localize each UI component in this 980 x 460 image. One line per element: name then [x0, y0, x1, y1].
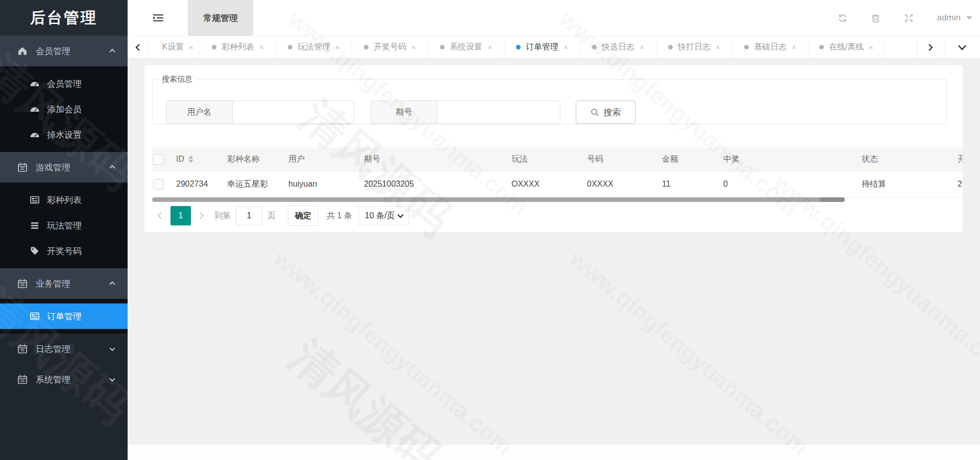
- tab-dot: [668, 45, 673, 49]
- user-menu[interactable]: admin: [937, 13, 973, 23]
- current-page-button[interactable]: 1: [170, 206, 191, 225]
- username-label: admin: [937, 13, 961, 23]
- tab-scroll-left-icon[interactable]: [128, 36, 148, 58]
- bottom-scroll-area[interactable]: [128, 445, 980, 460]
- select-all-checkbox[interactable]: [153, 154, 164, 165]
- sidebar-item-label: 玩法管理: [47, 220, 82, 232]
- refresh-icon[interactable]: [838, 13, 847, 23]
- sidebar-section-member[interactable]: 会员管理: [0, 36, 128, 66]
- close-icon[interactable]: ×: [487, 43, 492, 52]
- close-icon[interactable]: ×: [259, 43, 264, 52]
- close-icon[interactable]: ×: [411, 43, 416, 52]
- cell-amount: 11: [662, 180, 723, 189]
- row-checkbox[interactable]: [153, 179, 164, 190]
- tab-basic-log[interactable]: 基础日志 ×: [732, 36, 808, 58]
- tab-quick-print-log[interactable]: 快打日志 ×: [656, 36, 732, 58]
- sidebar-item-add-member[interactable]: 添加会员: [0, 96, 128, 122]
- chevron-down-icon: [397, 214, 404, 218]
- next-page-icon[interactable]: [194, 212, 209, 220]
- orders-table: ID 彩种名称 用户 期号 玩法 号码 金额 中奖 状态 开 2902734 幸…: [152, 147, 963, 197]
- tabbar: K设置 × 彩种列表 × 玩法管理 × 开奖号码 × 系统设置 × 订单管理 ×…: [128, 36, 980, 59]
- close-icon[interactable]: ×: [189, 43, 193, 52]
- collapse-sidebar-icon[interactable]: [151, 11, 165, 25]
- sidebar-item-water-setting[interactable]: 掉水设置: [0, 122, 128, 147]
- caret-down-icon: [966, 15, 973, 20]
- tab-dot: [364, 45, 369, 49]
- search-field-username: 用户名: [166, 100, 354, 124]
- column-header-amount: 金额: [662, 154, 723, 165]
- tab-dot: [212, 45, 216, 49]
- close-icon[interactable]: ×: [792, 43, 796, 52]
- sidebar-section-game[interactable]: 游戏管理: [0, 152, 128, 183]
- gauge-icon: [30, 104, 40, 114]
- tab-dot: [288, 45, 292, 49]
- sidebar-item-play-manage[interactable]: 玩法管理: [0, 213, 128, 238]
- scrollbar-thumb-end[interactable]: [819, 197, 845, 202]
- search-field-issue: 期号: [371, 100, 560, 124]
- calendar-icon: [17, 344, 28, 354]
- cell-play: OXXXX: [511, 180, 587, 189]
- sidebar-item-lottery-list[interactable]: 彩种列表: [0, 187, 128, 213]
- content-card: 搜索信息 用户名 期号 搜索 ID 彩种名称 用户 期号 玩法 号码 金额 中奖…: [144, 65, 963, 232]
- chevron-down-icon: [108, 345, 116, 353]
- sidebar-item-label: 会员管理: [47, 78, 82, 90]
- cell-issue: 20251003205: [364, 180, 511, 189]
- tab-play-manage[interactable]: 玩法管理 ×: [276, 36, 352, 58]
- module-tab-general[interactable]: 常规管理: [188, 0, 253, 36]
- close-icon[interactable]: ×: [335, 43, 340, 52]
- issue-input[interactable]: [437, 100, 560, 124]
- sort-icon[interactable]: [188, 156, 193, 163]
- prev-page-icon[interactable]: [152, 212, 167, 220]
- close-icon[interactable]: ×: [640, 43, 644, 52]
- close-icon[interactable]: ×: [564, 43, 568, 52]
- table-header-row: ID 彩种名称 用户 期号 玩法 号码 金额 中奖 状态 开: [152, 147, 963, 171]
- sidebar-section-log[interactable]: 日志管理: [0, 334, 128, 364]
- tab-online-offline[interactable]: 在线/离线 ×: [808, 36, 885, 58]
- chevron-up-icon: [108, 163, 116, 171]
- tab-draw-number[interactable]: 开奖号码 ×: [352, 36, 428, 58]
- sidebar-item-label: 开奖号码: [47, 245, 82, 257]
- scrollbar-thumb[interactable]: [152, 197, 845, 202]
- close-icon[interactable]: ×: [716, 43, 720, 52]
- goto-page-input[interactable]: [236, 206, 262, 225]
- tab-menu-chevron-down-icon[interactable]: [944, 36, 980, 58]
- tab-label: 订单管理: [526, 42, 558, 53]
- watermark-text: www.qingfengyuanma.com: [268, 245, 518, 460]
- sidebar-section-label: 业务管理: [36, 278, 70, 290]
- column-header-id[interactable]: ID: [176, 155, 227, 164]
- sidebar-section-business[interactable]: 业务管理: [0, 268, 128, 299]
- close-icon[interactable]: ×: [869, 43, 873, 52]
- tab-system-setting[interactable]: 系统设置 ×: [428, 36, 504, 58]
- fullscreen-icon[interactable]: [904, 13, 914, 23]
- tab-label: 快选日志: [602, 42, 634, 53]
- username-input[interactable]: [232, 100, 354, 124]
- tab-lottery-list[interactable]: 彩种列表 ×: [200, 36, 276, 58]
- sidebar-item-label: 添加会员: [47, 104, 82, 115]
- gauge-icon: [30, 79, 40, 89]
- sidebar-item-member-list[interactable]: 会员管理: [0, 71, 128, 96]
- sidebar-item-label: 彩种列表: [47, 194, 82, 206]
- horizontal-scrollbar: [152, 197, 963, 202]
- topbar: 常规管理 admin: [128, 0, 980, 36]
- column-header-win: 中奖: [723, 154, 862, 165]
- sidebar-item-order-manage[interactable]: 订单管理: [0, 303, 128, 329]
- tab-quick-select-log[interactable]: 快选日志 ×: [580, 36, 656, 58]
- chevron-up-icon: [108, 47, 116, 55]
- tab-label: 基础日志: [754, 42, 787, 53]
- tab-k-setting[interactable]: K设置 ×: [148, 36, 200, 58]
- cell-clipped: 2: [958, 180, 963, 189]
- search-button[interactable]: 搜索: [576, 100, 635, 124]
- tab-order-manage[interactable]: 订单管理 ×: [504, 36, 580, 58]
- page-size-select[interactable]: 10 条/页: [358, 206, 409, 225]
- tab-dot: [440, 45, 445, 49]
- trash-icon[interactable]: [871, 13, 880, 23]
- sidebar-section-system[interactable]: 系统管理: [0, 364, 128, 395]
- sidebar-item-draw-number[interactable]: 开奖号码: [0, 238, 128, 264]
- column-header-status: 状态: [862, 154, 958, 165]
- sidebar: 后台管理 会员管理 会员管理 添加会员 掉水设置: [0, 0, 128, 460]
- sidebar-section-label: 系统管理: [36, 374, 70, 386]
- tab-label: 玩法管理: [298, 42, 330, 53]
- goto-confirm-button[interactable]: 确定: [288, 206, 318, 226]
- tab-scroll-right-icon[interactable]: [917, 36, 944, 58]
- tab-label: 在线/离线: [829, 42, 864, 53]
